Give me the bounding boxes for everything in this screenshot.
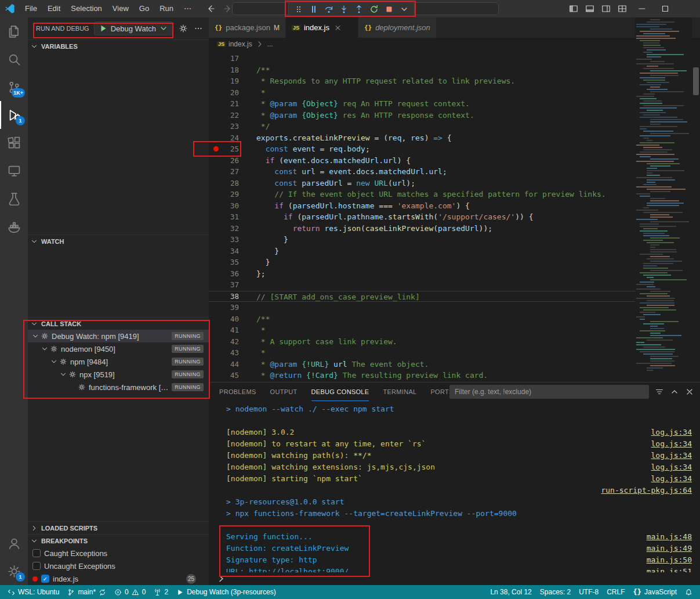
pause-button[interactable] bbox=[306, 2, 321, 16]
menu-more[interactable]: ⋯ bbox=[179, 2, 197, 15]
code-line[interactable]: 41 * bbox=[209, 324, 635, 336]
console-source-link[interactable]: run-script-pkg.js:64 bbox=[601, 485, 692, 496]
step-into-button[interactable] bbox=[336, 2, 351, 16]
status-indentation[interactable]: Spaces: 2 bbox=[536, 585, 575, 599]
arrow-right-icon[interactable] bbox=[223, 4, 233, 13]
code-line[interactable]: 28 const parsedUrl = new URL(url); bbox=[209, 178, 635, 189]
console-source-link[interactable]: log.js:34 bbox=[651, 473, 692, 485]
launch-config-dropdown[interactable]: Debug Watch bbox=[94, 21, 173, 35]
filter-lines-icon[interactable] bbox=[655, 387, 664, 396]
tab-deployment.json[interactable]: {}deployment.json bbox=[358, 17, 437, 38]
code-area[interactable]: 1718/**19 * Responds to any HTTP request… bbox=[209, 50, 635, 382]
restart-button[interactable] bbox=[367, 2, 382, 16]
chevron-down-button[interactable] bbox=[397, 2, 412, 16]
code-line[interactable]: 34 } bbox=[209, 246, 635, 257]
tab-package.json[interactable]: {}package.jsonM bbox=[209, 17, 286, 38]
customize-layout-icon[interactable] bbox=[614, 0, 630, 17]
console-source-link[interactable]: log.js:34 bbox=[651, 427, 692, 438]
activity-settings[interactable]: 1 bbox=[0, 557, 28, 585]
status-problems[interactable]: 00 bbox=[110, 585, 150, 599]
close-window-icon[interactable] bbox=[677, 0, 700, 17]
breakpoint-item[interactable]: ✓index.js25 bbox=[28, 572, 209, 585]
code-line[interactable]: 40/** bbox=[209, 313, 635, 325]
code-line[interactable]: 21 * @param {Object} req An HTTP request… bbox=[209, 98, 635, 110]
console-source-link[interactable]: log.js:34 bbox=[651, 461, 692, 473]
code-line[interactable]: 38// [START add_ons_case_preview_link] bbox=[209, 291, 635, 302]
activity-extensions[interactable] bbox=[0, 129, 28, 157]
menu-go[interactable]: Go bbox=[134, 2, 154, 15]
breakpoint-checkbox[interactable]: ✓ bbox=[41, 575, 49, 583]
code-line[interactable]: 17 bbox=[209, 53, 635, 64]
code-line[interactable]: 24exports.createLinkPreview = (req, res)… bbox=[209, 132, 635, 144]
minimap[interactable] bbox=[635, 17, 692, 382]
code-line[interactable]: 37 bbox=[209, 279, 635, 291]
editor-scrollbar[interactable] bbox=[692, 17, 700, 382]
code-line[interactable]: 29 // If the event object URL matches a … bbox=[209, 189, 635, 200]
console-filter-input[interactable] bbox=[449, 385, 649, 399]
call-stack-item[interactable]: functions-framework [954...RUNNING bbox=[28, 381, 209, 394]
code-line[interactable]: 32 return res.json(caseLinkPreview(parse… bbox=[209, 223, 635, 234]
close-icon[interactable] bbox=[334, 23, 342, 33]
activity-run-and-debug[interactable]: 1 bbox=[0, 101, 28, 129]
console-source-link[interactable]: main.js:48 bbox=[647, 531, 692, 543]
close-icon[interactable] bbox=[685, 387, 694, 396]
status-notifications[interactable] bbox=[681, 585, 697, 599]
console-source-link[interactable]: main.js:51 bbox=[647, 566, 692, 572]
breakpoint-checkbox[interactable] bbox=[32, 549, 41, 557]
breakpoint-item[interactable]: Caught Exceptions bbox=[28, 547, 209, 560]
code-line[interactable]: 31 if (parsedUrl.pathname.startsWith('/s… bbox=[209, 211, 635, 223]
menu-edit[interactable]: Edit bbox=[42, 2, 66, 15]
chevron-down-icon[interactable] bbox=[59, 370, 67, 378]
code-line[interactable]: 45 * @return {!Card} The resulting previ… bbox=[209, 370, 635, 381]
more-actions-icon[interactable] bbox=[194, 24, 203, 33]
arrow-left-icon[interactable] bbox=[206, 4, 215, 13]
activity-testing[interactable] bbox=[0, 185, 28, 212]
activity-search[interactable] bbox=[0, 45, 28, 73]
status-remote[interactable]: WSL: Ubuntu bbox=[3, 585, 63, 599]
code-line[interactable]: 19 * Responds to any HTTP request relate… bbox=[209, 75, 635, 87]
activity-remote-explorer[interactable] bbox=[0, 157, 28, 185]
breakpoint-dot-icon[interactable] bbox=[213, 146, 219, 151]
chevron-down-icon[interactable] bbox=[41, 345, 49, 353]
panel-tab-debug-console[interactable]: DEBUG CONSOLE bbox=[311, 383, 369, 401]
menu-run[interactable]: Run bbox=[154, 2, 179, 15]
status-debug-status[interactable]: Debug Watch (3p-resources) bbox=[172, 585, 280, 599]
activity-source-control[interactable]: 1K+ bbox=[0, 73, 28, 101]
breakpoint-item[interactable]: Uncaught Exceptions bbox=[28, 560, 209, 572]
gripper-button[interactable] bbox=[291, 2, 306, 16]
breadcrumb-file[interactable]: index.js bbox=[229, 40, 252, 48]
status-eol[interactable]: CRLF bbox=[603, 585, 629, 599]
start-debug-icon[interactable] bbox=[99, 24, 108, 33]
call-stack-item[interactable]: npx [9519]RUNNING bbox=[28, 368, 209, 381]
code-line[interactable]: 27 const url = event.docs.matchedUrl.url… bbox=[209, 166, 635, 178]
section-variables[interactable]: VARIABLES bbox=[28, 39, 209, 52]
section-watch[interactable]: WATCH bbox=[28, 234, 209, 247]
panel-tab-problems[interactable]: PROBLEMS bbox=[219, 383, 256, 401]
section-breakpoints[interactable]: BREAKPOINTS bbox=[28, 534, 209, 547]
glyph-margin[interactable] bbox=[209, 146, 223, 151]
menu-view[interactable]: View bbox=[107, 2, 134, 15]
status-language[interactable]: {}JavaScript bbox=[629, 585, 681, 599]
code-line[interactable]: 26 if (event.docs.matchedUrl.url) { bbox=[209, 155, 635, 167]
menu-file[interactable]: File bbox=[20, 2, 42, 15]
call-stack-item[interactable]: Debug Watch: npm [9419]RUNNING bbox=[28, 330, 209, 342]
activity-explorer[interactable] bbox=[0, 17, 28, 45]
code-line[interactable]: 36}; bbox=[209, 268, 635, 280]
menu-selection[interactable]: Selection bbox=[66, 2, 107, 15]
toggle-secondary-sidebar-icon[interactable] bbox=[598, 0, 614, 17]
scrollbar-thumb[interactable] bbox=[693, 67, 699, 95]
code-line[interactable]: 33 } bbox=[209, 234, 635, 246]
activity-accounts[interactable] bbox=[0, 529, 28, 557]
code-line[interactable]: 22 * @param {Object} res An HTTP respons… bbox=[209, 110, 635, 121]
gear-icon[interactable] bbox=[179, 24, 188, 33]
chevron-down-icon[interactable] bbox=[31, 332, 39, 340]
call-stack-item[interactable]: nodemon [9450]RUNNING bbox=[28, 342, 209, 355]
code-line[interactable]: 23 */ bbox=[209, 121, 635, 132]
status-cursor-position[interactable]: Ln 38, Col 12 bbox=[486, 585, 535, 599]
code-line[interactable]: 18/** bbox=[209, 64, 635, 76]
code-line[interactable]: 39 bbox=[209, 302, 635, 313]
breadcrumb[interactable]: JS index.js ... bbox=[209, 38, 700, 50]
code-line[interactable]: 43 * bbox=[209, 347, 635, 359]
minimize-icon[interactable] bbox=[630, 0, 654, 17]
code-line[interactable]: 30 if (parsedUrl.hostname === 'example.c… bbox=[209, 200, 635, 212]
